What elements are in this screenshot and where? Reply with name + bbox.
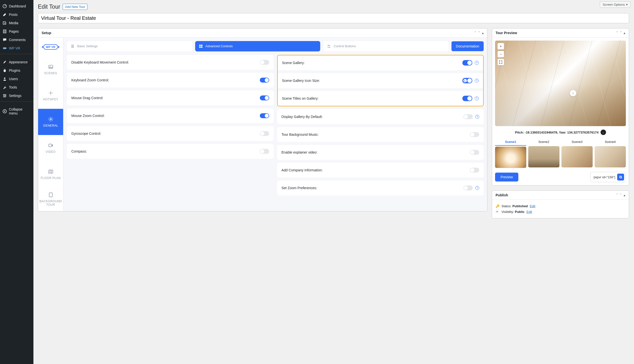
svg-rect-22: [620, 176, 621, 178]
video-icon: [48, 143, 54, 148]
shortcode-box: [wpvr id="156"]: [590, 172, 626, 182]
setup-heading: Setup: [42, 31, 51, 35]
admin-sidebar: Dashboard Posts Media Pages Comments WP …: [0, 0, 34, 364]
svg-rect-3: [4, 30, 6, 33]
panel-toggle-icon[interactable]: ▴: [482, 31, 484, 35]
panel-up-icon[interactable]: ˄: [616, 31, 618, 35]
fullscreen-button[interactable]: [498, 59, 504, 65]
toggle-zoom-pref[interactable]: [463, 186, 473, 190]
toggle-scene-gallery[interactable]: [462, 60, 472, 66]
toggle-explainer[interactable]: [470, 150, 479, 155]
panel-toggle-icon[interactable]: ▴: [623, 193, 625, 197]
compass-indicator[interactable]: ↑: [570, 90, 576, 96]
toggle-compass[interactable]: [260, 149, 269, 154]
side-tab-scenes[interactable]: SCENES: [38, 56, 63, 82]
collapse-icon: [3, 109, 7, 114]
menu-wpvr[interactable]: WP VR: [0, 44, 34, 52]
toggle-mouse-zoom[interactable]: [260, 113, 269, 118]
toggle-scene-titles[interactable]: [462, 96, 472, 101]
help-icon[interactable]: ?: [475, 79, 479, 82]
toggle-keyboard-zoom[interactable]: [260, 78, 269, 82]
side-tab-floorplan[interactable]: FLOOR PLAN: [38, 161, 63, 188]
shortcode-text: [wpvr id="156"]: [594, 175, 615, 179]
help-icon[interactable]: ?: [475, 115, 479, 119]
tab-advanced-controls[interactable]: Advanced Controls: [195, 41, 320, 52]
row-display-default: Display Gallery By Default:?: [277, 109, 484, 124]
add-new-tour-button[interactable]: Add New Tour: [63, 4, 87, 10]
toggle-mouse-drag[interactable]: [260, 96, 269, 100]
highlighted-gallery-group: Scene Gallery:? Scene Gallery Icon Size:…: [277, 55, 484, 106]
row-gallery-icon-size: Scene Gallery Icon Size:L?: [278, 73, 483, 88]
menu-appearance[interactable]: Appearance: [0, 58, 34, 66]
menu-users[interactable]: Users: [0, 75, 34, 83]
tab-basic-settings[interactable]: Basic Settings: [67, 41, 192, 52]
documentation-button[interactable]: Documentation: [452, 41, 484, 51]
tour-viewer[interactable]: + − ↑: [495, 40, 626, 126]
toggle-gyroscope[interactable]: [260, 131, 269, 136]
comment-icon: [3, 38, 7, 42]
toggle-disable-keyboard[interactable]: [260, 60, 269, 65]
menu-pages[interactable]: Pages: [0, 27, 34, 36]
menu-comments[interactable]: Comments: [0, 36, 34, 44]
zoom-in-button[interactable]: +: [498, 43, 504, 50]
toggle-display-default[interactable]: [463, 114, 473, 119]
scene-tab-2[interactable]: Scene2: [528, 138, 559, 168]
publish-panel: Publish ˄˅▴ 🔑 Status: Published Edit 👁 V…: [492, 190, 629, 218]
scene-tab-4[interactable]: Scene4: [595, 138, 626, 168]
svg-point-7: [5, 95, 6, 96]
panel-up-icon[interactable]: ˄: [616, 193, 618, 197]
preview-panel: Tour Preview ˄˅▴ + − ↑: [492, 28, 629, 186]
panel-up-icon[interactable]: ˄: [475, 31, 476, 35]
toggle-bg-music[interactable]: [470, 132, 479, 137]
tour-title-input[interactable]: [38, 13, 629, 23]
panel-down-icon[interactable]: ˅: [478, 31, 480, 35]
side-tab-video[interactable]: VIDEO: [38, 135, 63, 161]
scene-thumbnail: [595, 146, 626, 168]
menu-media[interactable]: Media: [0, 19, 34, 27]
screen-options-button[interactable]: Screen Options ▾: [600, 2, 630, 8]
side-tab-background[interactable]: BACKGROUND TOUR: [38, 188, 63, 211]
preview-heading: Tour Preview: [496, 31, 517, 35]
svg-point-21: [329, 47, 330, 48]
tab-control-buttons[interactable]: Control Buttons: [323, 41, 449, 52]
help-icon[interactable]: ?: [475, 96, 479, 100]
sliders-icon: [3, 94, 7, 98]
pin-icon: [3, 12, 7, 17]
svg-point-20: [328, 45, 329, 46]
menu-tools[interactable]: Tools: [0, 83, 34, 92]
publish-status-row: 🔑 Status: Published Edit: [496, 203, 625, 209]
download-icon[interactable]: ↓: [600, 130, 606, 135]
edit-status-link[interactable]: Edit: [530, 204, 535, 208]
side-tab-hotspot[interactable]: HOTSPOT: [38, 82, 63, 109]
svg-rect-18: [199, 46, 200, 48]
copy-shortcode-button[interactable]: [617, 174, 624, 180]
toggle-gallery-icon-size[interactable]: L: [462, 78, 472, 83]
panel-down-icon[interactable]: ˅: [620, 31, 622, 35]
svg-rect-4: [3, 47, 7, 49]
menu-plugins[interactable]: Plugins: [0, 66, 34, 75]
brush-icon: [3, 60, 7, 64]
side-tab-general[interactable]: GENERAL: [38, 109, 63, 135]
panel-down-icon[interactable]: ˅: [620, 193, 622, 197]
scene-tab-3[interactable]: Scene3: [561, 138, 593, 168]
row-disable-keyboard: Disable Keyboard Movement Control:: [67, 55, 274, 70]
svg-point-13: [50, 118, 52, 120]
menu-collapse[interactable]: Collapse menu: [0, 105, 34, 117]
wrench-icon: [3, 85, 7, 90]
row-explainer: Enable explainer video:: [277, 145, 484, 160]
row-zoom-pref: Set Zoom Preferences:?: [277, 180, 484, 195]
help-icon[interactable]: ?: [475, 186, 479, 190]
menu-posts[interactable]: Posts: [0, 10, 34, 19]
edit-visibility-link[interactable]: Edit: [527, 210, 532, 214]
preview-button[interactable]: Preview: [495, 172, 518, 182]
menu-dashboard[interactable]: Dashboard: [0, 2, 34, 10]
zoom-out-button[interactable]: −: [498, 51, 504, 57]
row-compass: Compass:: [67, 144, 274, 159]
wpvr-logo: WP VR: [38, 38, 63, 56]
toggle-company[interactable]: [470, 168, 479, 172]
menu-settings[interactable]: Settings: [0, 92, 34, 100]
scene-tab-1[interactable]: Scene1: [495, 138, 526, 168]
row-mouse-zoom: Mouse Zoom Control:: [67, 108, 274, 123]
help-icon[interactable]: ?: [475, 61, 479, 65]
panel-toggle-icon[interactable]: ▴: [623, 31, 625, 35]
